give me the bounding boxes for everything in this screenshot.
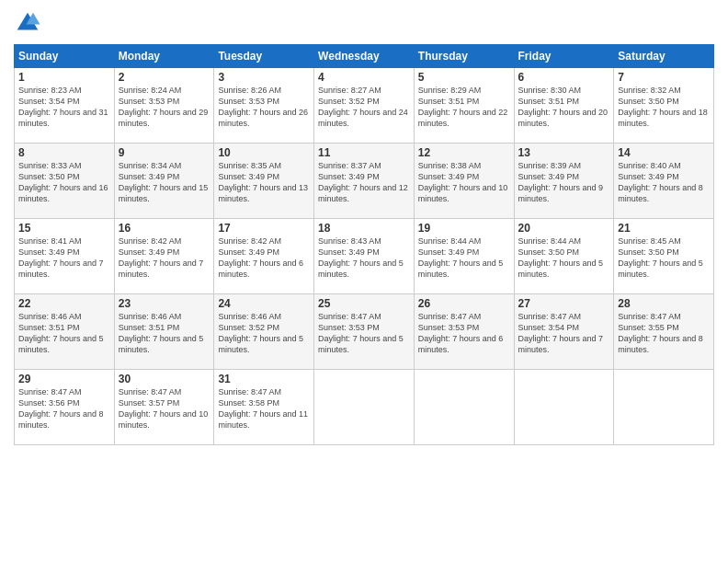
header-wednesday: Wednesday	[314, 45, 415, 68]
day-info: Sunrise: 8:45 AMSunset: 3:50 PMDaylight:…	[618, 236, 710, 281]
day-info: Sunrise: 8:47 AMSunset: 3:56 PMDaylight:…	[18, 386, 110, 431]
header-sunday: Sunday	[15, 45, 115, 68]
calendar-cell: 9 Sunrise: 8:34 AMSunset: 3:49 PMDayligh…	[114, 144, 214, 219]
calendar-week-4: 22 Sunrise: 8:46 AMSunset: 3:51 PMDaylig…	[15, 294, 714, 370]
day-number: 23	[119, 297, 210, 310]
day-number: 3	[218, 71, 310, 84]
day-number: 17	[218, 222, 310, 235]
day-number: 21	[618, 222, 710, 235]
day-info: Sunrise: 8:33 AMSunset: 3:50 PMDaylight:…	[18, 160, 110, 205]
calendar-cell: 30 Sunrise: 8:47 AMSunset: 3:57 PMDaylig…	[114, 370, 214, 445]
header-friday: Friday	[514, 45, 614, 68]
day-number: 9	[119, 146, 210, 159]
calendar-header-row: SundayMondayTuesdayWednesdayThursdayFrid…	[15, 45, 714, 68]
calendar-cell: 25 Sunrise: 8:47 AMSunset: 3:53 PMDaylig…	[314, 294, 415, 370]
day-info: Sunrise: 8:35 AMSunset: 3:49 PMDaylight:…	[218, 160, 310, 205]
day-number: 10	[218, 146, 310, 159]
day-number: 18	[318, 222, 410, 235]
day-info: Sunrise: 8:37 AMSunset: 3:49 PMDaylight:…	[318, 160, 410, 205]
day-number: 27	[518, 297, 610, 310]
calendar-cell: 4 Sunrise: 8:27 AMSunset: 3:52 PMDayligh…	[314, 68, 415, 144]
day-number: 16	[119, 222, 210, 235]
calendar-cell: 18 Sunrise: 8:43 AMSunset: 3:49 PMDaylig…	[314, 219, 415, 294]
day-info: Sunrise: 8:43 AMSunset: 3:49 PMDaylight:…	[318, 236, 410, 281]
day-number: 28	[618, 297, 710, 310]
calendar-cell: 7 Sunrise: 8:32 AMSunset: 3:50 PMDayligh…	[614, 68, 714, 144]
day-number: 20	[518, 222, 610, 235]
calendar-cell: 10 Sunrise: 8:35 AMSunset: 3:49 PMDaylig…	[214, 144, 314, 219]
day-number: 13	[518, 146, 610, 159]
calendar-table: SundayMondayTuesdayWednesdayThursdayFrid…	[14, 44, 714, 445]
calendar-cell: 28 Sunrise: 8:47 AMSunset: 3:55 PMDaylig…	[614, 294, 714, 370]
calendar-week-3: 15 Sunrise: 8:41 AMSunset: 3:49 PMDaylig…	[15, 219, 714, 294]
calendar-week-2: 8 Sunrise: 8:33 AMSunset: 3:50 PMDayligh…	[15, 144, 714, 219]
calendar-cell: 12 Sunrise: 8:38 AMSunset: 3:49 PMDaylig…	[414, 144, 514, 219]
calendar-cell: 26 Sunrise: 8:47 AMSunset: 3:53 PMDaylig…	[414, 294, 514, 370]
day-number: 30	[119, 373, 210, 385]
day-info: Sunrise: 8:34 AMSunset: 3:49 PMDaylight:…	[119, 160, 210, 205]
day-info: Sunrise: 8:29 AMSunset: 3:51 PMDaylight:…	[418, 85, 510, 130]
calendar-cell	[414, 370, 514, 445]
day-number: 2	[119, 71, 210, 84]
day-number: 5	[418, 71, 510, 84]
day-info: Sunrise: 8:46 AMSunset: 3:52 PMDaylight:…	[218, 311, 310, 356]
calendar-cell	[314, 370, 415, 445]
logo-icon	[14, 9, 41, 37]
day-info: Sunrise: 8:47 AMSunset: 3:57 PMDaylight:…	[119, 386, 210, 431]
calendar-cell: 17 Sunrise: 8:42 AMSunset: 3:49 PMDaylig…	[214, 219, 314, 294]
day-info: Sunrise: 8:40 AMSunset: 3:49 PMDaylight:…	[618, 160, 710, 205]
day-info: Sunrise: 8:38 AMSunset: 3:49 PMDaylight:…	[418, 160, 510, 205]
page-container: SundayMondayTuesdayWednesdayThursdayFrid…	[0, 0, 728, 450]
calendar-cell: 23 Sunrise: 8:46 AMSunset: 3:51 PMDaylig…	[114, 294, 214, 370]
calendar-cell: 6 Sunrise: 8:30 AMSunset: 3:51 PMDayligh…	[514, 68, 614, 144]
day-info: Sunrise: 8:26 AMSunset: 3:53 PMDaylight:…	[218, 85, 310, 130]
calendar-cell: 13 Sunrise: 8:39 AMSunset: 3:49 PMDaylig…	[514, 144, 614, 219]
day-info: Sunrise: 8:47 AMSunset: 3:54 PMDaylight:…	[518, 311, 610, 356]
day-info: Sunrise: 8:39 AMSunset: 3:49 PMDaylight:…	[518, 160, 610, 205]
calendar-cell	[614, 370, 714, 445]
calendar-cell: 31 Sunrise: 8:47 AMSunset: 3:58 PMDaylig…	[214, 370, 314, 445]
logo	[14, 9, 45, 37]
day-number: 15	[18, 222, 110, 235]
calendar-cell: 2 Sunrise: 8:24 AMSunset: 3:53 PMDayligh…	[114, 68, 214, 144]
day-info: Sunrise: 8:41 AMSunset: 3:49 PMDaylight:…	[18, 236, 110, 281]
calendar-cell: 22 Sunrise: 8:46 AMSunset: 3:51 PMDaylig…	[15, 294, 115, 370]
day-info: Sunrise: 8:42 AMSunset: 3:49 PMDaylight:…	[119, 236, 210, 281]
day-number: 1	[18, 71, 110, 84]
day-number: 24	[218, 297, 310, 310]
calendar-cell: 11 Sunrise: 8:37 AMSunset: 3:49 PMDaylig…	[314, 144, 415, 219]
calendar-cell: 19 Sunrise: 8:44 AMSunset: 3:49 PMDaylig…	[414, 219, 514, 294]
calendar-cell: 29 Sunrise: 8:47 AMSunset: 3:56 PMDaylig…	[15, 370, 115, 445]
calendar-cell: 3 Sunrise: 8:26 AMSunset: 3:53 PMDayligh…	[214, 68, 314, 144]
calendar-cell: 1 Sunrise: 8:23 AMSunset: 3:54 PMDayligh…	[15, 68, 115, 144]
calendar-cell: 16 Sunrise: 8:42 AMSunset: 3:49 PMDaylig…	[114, 219, 214, 294]
day-info: Sunrise: 8:47 AMSunset: 3:55 PMDaylight:…	[618, 311, 710, 356]
calendar-cell: 21 Sunrise: 8:45 AMSunset: 3:50 PMDaylig…	[614, 219, 714, 294]
day-number: 8	[18, 146, 110, 159]
day-info: Sunrise: 8:42 AMSunset: 3:49 PMDaylight:…	[218, 236, 310, 281]
calendar-cell: 14 Sunrise: 8:40 AMSunset: 3:49 PMDaylig…	[614, 144, 714, 219]
day-number: 7	[618, 71, 710, 84]
day-number: 14	[618, 146, 710, 159]
day-info: Sunrise: 8:44 AMSunset: 3:50 PMDaylight:…	[518, 236, 610, 281]
day-number: 22	[18, 297, 110, 310]
day-info: Sunrise: 8:47 AMSunset: 3:53 PMDaylight:…	[318, 311, 410, 356]
day-info: Sunrise: 8:44 AMSunset: 3:49 PMDaylight:…	[418, 236, 510, 281]
calendar-cell: 27 Sunrise: 8:47 AMSunset: 3:54 PMDaylig…	[514, 294, 614, 370]
calendar-cell: 15 Sunrise: 8:41 AMSunset: 3:49 PMDaylig…	[15, 219, 115, 294]
day-info: Sunrise: 8:23 AMSunset: 3:54 PMDaylight:…	[18, 85, 110, 130]
calendar-cell: 8 Sunrise: 8:33 AMSunset: 3:50 PMDayligh…	[15, 144, 115, 219]
day-info: Sunrise: 8:30 AMSunset: 3:51 PMDaylight:…	[518, 85, 610, 130]
day-number: 25	[318, 297, 410, 310]
calendar-cell	[514, 370, 614, 445]
day-number: 11	[318, 146, 410, 159]
calendar-cell: 5 Sunrise: 8:29 AMSunset: 3:51 PMDayligh…	[414, 68, 514, 144]
day-info: Sunrise: 8:32 AMSunset: 3:50 PMDaylight:…	[618, 85, 710, 130]
header	[14, 9, 714, 37]
day-number: 26	[418, 297, 510, 310]
day-info: Sunrise: 8:46 AMSunset: 3:51 PMDaylight:…	[18, 311, 110, 356]
day-info: Sunrise: 8:24 AMSunset: 3:53 PMDaylight:…	[119, 85, 210, 130]
day-number: 19	[418, 222, 510, 235]
header-saturday: Saturday	[614, 45, 714, 68]
day-number: 12	[418, 146, 510, 159]
